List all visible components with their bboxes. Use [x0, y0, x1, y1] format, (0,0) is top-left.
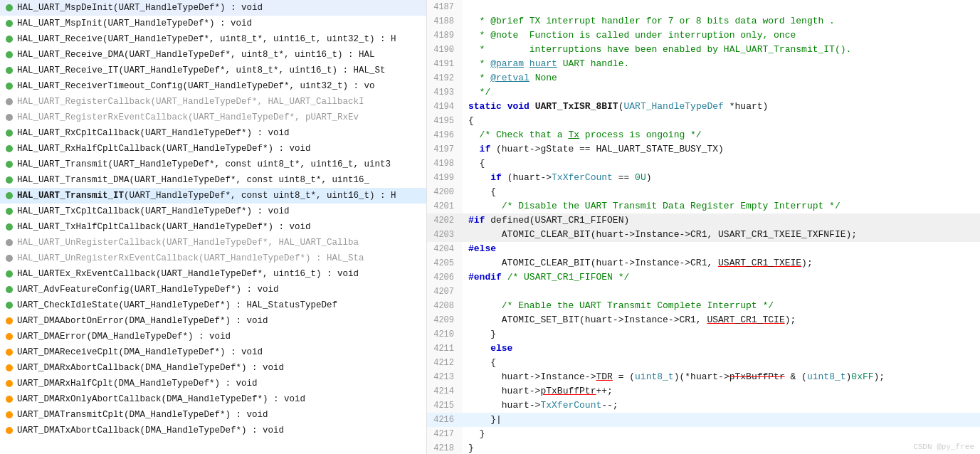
func-label: UART_DMARxOnlyAbortCallback(DMA_HandleTy… — [17, 394, 305, 404]
list-item[interactable]: UART_DMAReceiveCplt(DMA_HandleTypeDef*) … — [0, 344, 426, 360]
status-dot — [6, 255, 13, 262]
code-line: 4201 /* Disable the UART Transmit Data R… — [427, 199, 980, 213]
list-item[interactable]: HAL_UART_RegisterRxEventCallback(UART_Ha… — [0, 110, 426, 125]
status-dot — [6, 270, 13, 278]
list-item[interactable]: HAL_UART_MspDeInit(UART_HandleTypeDef*) … — [0, 0, 426, 16]
list-item[interactable]: HAL_UART_Receive_IT(UART_HandleTypeDef*,… — [0, 63, 426, 78]
list-item[interactable]: UART_DMAAbortOnError(DMA_HandleTypeDef*)… — [0, 313, 426, 329]
func-label: UART_DMAError(DMA_HandleTypeDef*) : void — [17, 332, 231, 342]
code-line: 4208 /* Enable the UART Transmit Complet… — [427, 299, 980, 313]
list-item[interactable]: HAL_UART_MspInit(UART_HandleTypeDef*) : … — [0, 16, 426, 31]
list-item[interactable]: HAL_UART_Receive_DMA(UART_HandleTypeDef*… — [0, 47, 426, 63]
func-label: HAL_UART_TxCpltCallback(UART_HandleTypeD… — [17, 206, 290, 216]
func-label: UART_DMAReceiveCplt(DMA_HandleTypeDef*) … — [17, 347, 263, 357]
list-item[interactable]: HAL_UART_Transmit(UART_HandleTypeDef*, c… — [0, 157, 426, 172]
list-item[interactable]: HAL_UART_UnRegisterCallback(UART_HandleT… — [0, 235, 426, 250]
func-label: HAL_UART_UnRegisterRxEventCallback(UART_… — [17, 253, 364, 263]
status-dot — [6, 396, 13, 403]
code-line: 4209 ATOMIC_SET_BIT(huart->Instance->CR1… — [427, 313, 980, 327]
code-line: 4211 else — [427, 342, 980, 356]
func-label: UART_CheckIdleState(UART_HandleTypeDef*)… — [17, 300, 337, 310]
list-item[interactable]: HAL_UART_TxCpltCallback(UART_HandleTypeD… — [0, 204, 426, 219]
func-label: HAL_UART_Transmit_DMA(UART_HandleTypeDef… — [17, 175, 369, 185]
status-dot — [6, 130, 13, 137]
status-dot — [6, 83, 13, 90]
func-label: HAL_UART_Receive_IT(UART_HandleTypeDef*,… — [17, 65, 386, 75]
code-line: 4200 { — [427, 185, 980, 199]
status-dot — [6, 145, 13, 152]
list-item[interactable]: UART_DMARxOnlyAbortCallback(DMA_HandleTy… — [0, 391, 426, 407]
code-line: 4217 } — [427, 427, 980, 441]
code-content: 4187 4188 * @brief TX interrupt handler … — [427, 0, 980, 454]
list-item[interactable]: HAL_UART_RxHalfCpltCallback(UART_HandleT… — [0, 141, 426, 157]
status-dot — [6, 223, 13, 231]
code-line: 4187 — [427, 0, 980, 14]
code-line: 4199 if (huart->TxXferCount == 0U) — [427, 171, 980, 185]
list-item[interactable]: HAL_UARTEx_RxEventCallback(UART_HandleTy… — [0, 266, 426, 282]
list-item[interactable]: UART_AdvFeatureConfig(UART_HandleTypeDef… — [0, 282, 426, 297]
func-label: UART_DMAAbortOnError(DMA_HandleTypeDef*)… — [17, 316, 268, 326]
status-dot — [6, 192, 13, 199]
list-item[interactable]: UART_DMATxAbortCallback(DMA_HandleTypeDe… — [0, 423, 426, 438]
code-line: 4216 }| — [427, 413, 980, 427]
func-label: HAL_UART_MspInit(UART_HandleTypeDef*) : … — [17, 19, 252, 28]
func-label: HAL_UART_ReceiverTimeout_Config(UART_Han… — [17, 81, 375, 91]
status-dot — [6, 302, 13, 309]
list-item[interactable]: HAL_UART_Receive(UART_HandleTypeDef*, ui… — [0, 31, 426, 47]
func-label: HAL_UART_UnRegisterCallback(UART_HandleT… — [17, 238, 359, 248]
list-item[interactable]: UART_DMATransmitCplt(DMA_HandleTypeDef*)… — [0, 407, 426, 423]
list-item[interactable]: UART_DMARxAbortCallback(DMA_HandleTypeDe… — [0, 360, 426, 376]
func-label: HAL_UART_RxCpltCallback(UART_HandleTypeD… — [17, 128, 290, 138]
func-label: HAL_UARTEx_RxEventCallback(UART_HandleTy… — [17, 269, 359, 279]
func-label: UART_AdvFeatureConfig(UART_HandleTypeDef… — [17, 285, 279, 295]
status-dot — [6, 427, 13, 434]
status-dot — [6, 364, 13, 371]
status-dot — [6, 349, 13, 356]
func-label: UART_DMARxHalfCplt(DMA_HandleTypeDef*) :… — [17, 379, 258, 389]
list-item[interactable]: UART_DMAError(DMA_HandleTypeDef*) : void — [0, 329, 426, 344]
code-line: 4213 huart->Instance->TDR = (uint8_t)(*h… — [427, 370, 980, 384]
code-line: 4191 * @param huart UART handle. — [427, 57, 980, 71]
code-line: 4189 * @note Function is called under in… — [427, 28, 980, 43]
code-line: 4197 if (huart->gState == HAL_UART_STATE… — [427, 142, 980, 157]
code-line: 4210 } — [427, 327, 980, 342]
status-dot — [6, 411, 13, 418]
list-item[interactable]: HAL_UART_RxCpltCallback(UART_HandleTypeD… — [0, 125, 426, 141]
list-item[interactable]: UART_DMARxHalfCplt(DMA_HandleTypeDef*) :… — [0, 376, 426, 391]
function-list[interactable]: HAL_UART_MspDeInit(UART_HandleTypeDef*) … — [0, 0, 427, 454]
code-line: 4218 } — [427, 441, 980, 454]
list-item[interactable]: HAL_UART_UnRegisterRxEventCallback(UART_… — [0, 250, 426, 266]
code-line: 4202 #if defined(USART_CR1_FIFOEN) — [427, 213, 980, 228]
func-label: HAL_UART_Receive(UART_HandleTypeDef*, ui… — [17, 34, 396, 44]
list-item[interactable]: UART_CheckIdleState(UART_HandleTypeDef*)… — [0, 297, 426, 313]
code-line: 4192 * @retval None — [427, 71, 980, 85]
func-label: UART_DMATxAbortCallback(DMA_HandleTypeDe… — [17, 426, 284, 435]
list-item-selected[interactable]: HAL_UART_Transmit_IT(UART_HandleTypeDef*… — [0, 188, 426, 204]
status-dot — [6, 67, 13, 74]
func-label: UART_DMARxAbortCallback(DMA_HandleTypeDe… — [17, 363, 284, 373]
code-line: 4198 { — [427, 157, 980, 171]
status-dot — [6, 161, 13, 168]
func-label: HAL_UART_TxHalfCpltCallback(UART_HandleT… — [17, 222, 311, 232]
code-line: 4204 #else — [427, 242, 980, 256]
status-dot — [6, 114, 13, 121]
status-dot — [6, 51, 13, 58]
func-label: UART_DMATransmitCplt(DMA_HandleTypeDef*)… — [17, 410, 268, 420]
code-line: 4188 * @brief TX interrupt handler for 7… — [427, 14, 980, 28]
code-line: 4215 huart->TxXferCount--; — [427, 398, 980, 413]
code-line: 4193 */ — [427, 85, 980, 100]
status-dot — [6, 239, 13, 246]
status-dot — [6, 98, 13, 105]
status-dot — [6, 20, 13, 27]
status-dot — [6, 176, 13, 184]
code-line: 4207 — [427, 285, 980, 299]
list-item[interactable]: HAL_UART_TxHalfCpltCallback(UART_HandleT… — [0, 219, 426, 235]
code-line: 4195 { — [427, 114, 980, 128]
code-editor: 4187 4188 * @brief TX interrupt handler … — [427, 0, 980, 454]
func-label: HAL_UART_Receive_DMA(UART_HandleTypeDef*… — [17, 50, 375, 60]
list-item[interactable]: HAL_UART_Transmit_DMA(UART_HandleTypeDef… — [0, 172, 426, 188]
list-item[interactable]: HAL_UART_ReceiverTimeout_Config(UART_Han… — [0, 78, 426, 94]
func-label: HAL_UART_RxHalfCpltCallback(UART_HandleT… — [17, 144, 311, 154]
list-item[interactable]: HAL_UART_RegisterCallback(UART_HandleTyp… — [0, 94, 426, 110]
code-line: 4212 { — [427, 356, 980, 370]
